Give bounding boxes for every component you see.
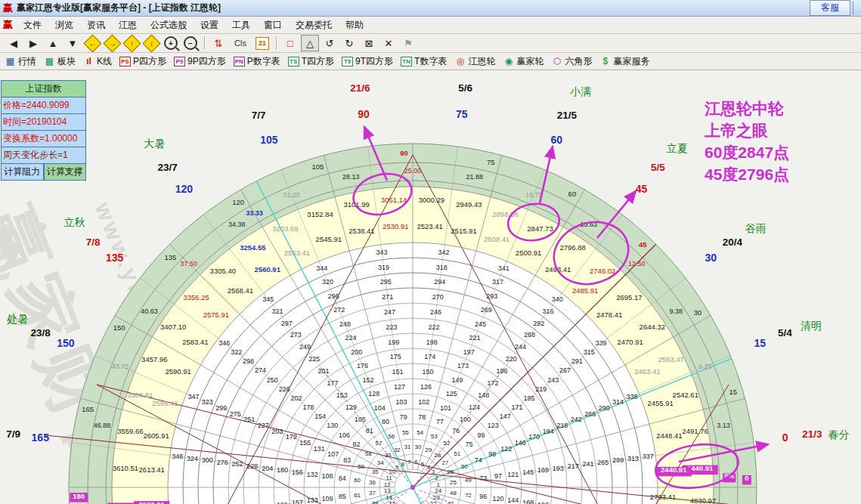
svg-text:49: 49: [465, 477, 472, 484]
fit-view-button[interactable]: ✕: [379, 35, 398, 51]
panel-row-1: 时间=20190104: [1, 114, 86, 131]
svg-text:80: 80: [382, 418, 389, 425]
svg-text:30: 30: [705, 252, 717, 264]
svg-text:60: 60: [550, 134, 562, 146]
svg-text:242: 242: [571, 416, 582, 423]
svg-text:252: 252: [231, 460, 243, 468]
svg-text:23: 23: [433, 494, 440, 501]
gann-wheel-button[interactable]: ◎江恩轮: [454, 55, 495, 68]
cls-button[interactable]: Cls: [229, 35, 252, 51]
marker-down-button[interactable]: ▼: [63, 35, 82, 51]
quotes-button[interactable]: ▦行情: [5, 55, 36, 68]
svg-text:31: 31: [404, 444, 410, 450]
menu-item-6[interactable]: 工具: [225, 17, 257, 33]
t-number-table-button[interactable]: TNT数字表: [401, 55, 447, 68]
svg-text:2530.91: 2530.91: [382, 222, 408, 230]
svg-text:31.25: 31.25: [283, 191, 300, 199]
svg-text:58: 58: [365, 450, 372, 457]
svg-text:322: 322: [231, 348, 242, 356]
menu-item-1[interactable]: 浏览: [48, 17, 80, 33]
svg-text:2583.41: 2583.41: [182, 338, 208, 346]
menu-item-4[interactable]: 公式选股: [144, 17, 194, 33]
svg-text:165: 165: [82, 405, 94, 413]
svg-text:224: 224: [345, 334, 357, 342]
svg-text:200: 200: [351, 348, 362, 356]
p-number-table-button[interactable]: PNP数字表: [234, 55, 280, 68]
kline-button[interactable]: ılK线: [83, 55, 112, 68]
menu-item-0[interactable]: 文件: [17, 17, 48, 33]
pan-down-button[interactable]: ↓: [142, 35, 160, 51]
svg-text:2455.91: 2455.91: [647, 399, 673, 407]
svg-text:122: 122: [500, 445, 512, 453]
svg-text:246: 246: [430, 308, 441, 316]
9p-square-button[interactable]: P99P四方形: [174, 55, 226, 68]
svg-text:15: 15: [729, 388, 738, 396]
svg-text:266: 266: [584, 410, 596, 418]
zoom-out-button[interactable]: −: [181, 35, 200, 51]
svg-text:337: 337: [643, 453, 654, 460]
menu-item-5[interactable]: 设置: [194, 17, 225, 33]
svg-text:59: 59: [358, 463, 364, 470]
t-square-button[interactable]: TST四方形: [288, 55, 334, 68]
rect-tool-button[interactable]: □: [281, 35, 299, 51]
svg-text:57: 57: [375, 440, 382, 447]
calc-support-button[interactable]: 计算支撑: [44, 164, 87, 181]
pan-left-button[interactable]: ←: [83, 35, 101, 51]
svg-text:85: 85: [339, 493, 346, 500]
svg-text:294: 294: [434, 278, 445, 286]
svg-text:194: 194: [543, 428, 554, 435]
svg-text:243: 243: [547, 376, 559, 384]
menu-item-8[interactable]: 交易委托: [289, 17, 339, 33]
menu-app-icon: 赢: [3, 18, 13, 32]
svg-text:79: 79: [400, 413, 407, 421]
menu-item-3[interactable]: 江恩: [112, 17, 144, 33]
svg-text:2793.41: 2793.41: [650, 493, 676, 501]
triangle-tool-button[interactable]: △: [301, 35, 319, 51]
svg-text:146: 146: [515, 439, 526, 447]
pan-right-button[interactable]: →: [103, 35, 121, 51]
box-select-button[interactable]: ⊠: [360, 35, 378, 51]
svg-text:60: 60: [568, 190, 577, 198]
back-button[interactable]: ◀: [5, 35, 23, 51]
svg-text:314: 314: [612, 398, 624, 406]
svg-text:226: 226: [279, 385, 290, 393]
svg-text:219: 219: [535, 385, 547, 393]
zoom-out-icon: −: [184, 36, 197, 50]
gann-wheel-icon: ◎: [454, 57, 466, 66]
winner-wheel-button[interactable]: ◉赢家轮: [503, 55, 544, 68]
p-square-button[interactable]: PSP四方形: [119, 55, 166, 68]
svg-text:105: 105: [260, 134, 278, 146]
svg-text:101: 101: [440, 404, 451, 412]
marker-up-button[interactable]: ▲: [44, 35, 62, 51]
svg-text:2463.41: 2463.41: [634, 367, 660, 376]
sectors-button[interactable]: ▩板块: [44, 55, 76, 68]
customer-service-button[interactable]: 客服: [810, 0, 850, 16]
calc-resistance-button[interactable]: 计算阻力: [1, 164, 44, 181]
svg-text:6.25: 6.25: [698, 363, 712, 370]
svg-text:大暑: 大暑: [144, 138, 165, 150]
calendar-button[interactable]: 21: [253, 35, 271, 51]
svg-text:82: 82: [352, 441, 360, 448]
svg-text:12.50: 12.50: [628, 260, 646, 267]
forward-button[interactable]: ▶: [24, 35, 42, 51]
menu-item-9[interactable]: 帮助: [339, 17, 370, 33]
menu-item-7[interactable]: 窗口: [257, 17, 289, 33]
scale-toggle-button[interactable]: ⇅: [209, 35, 228, 51]
svg-text:275: 275: [230, 410, 241, 418]
svg-text:75: 75: [487, 158, 495, 166]
svg-text:99: 99: [477, 431, 485, 439]
svg-text:2448.41: 2448.41: [656, 431, 682, 440]
menu-item-2[interactable]: 资讯: [80, 17, 112, 33]
hexagon-button[interactable]: ⬡六角形: [551, 55, 592, 68]
svg-text:130: 130: [327, 422, 338, 429]
zoom-in-button[interactable]: +: [162, 35, 180, 51]
rotate-ccw-button[interactable]: ↺: [321, 35, 339, 51]
pan-up-button[interactable]: ↑: [122, 35, 141, 51]
winner-service-button[interactable]: $赢家服务: [599, 55, 649, 68]
title-bar: 赢 赢家江恩专业版[赢家服务平台] - [上证指数 江恩轮] 客服: [0, 0, 861, 17]
svg-text:120: 120: [493, 495, 504, 502]
9t-square-button[interactable]: T99T四方形: [342, 55, 393, 68]
flag-button[interactable]: ⚑: [399, 35, 417, 51]
svg-text:立夏: 立夏: [667, 142, 688, 154]
rotate-cw-button[interactable]: ↻: [340, 35, 358, 51]
